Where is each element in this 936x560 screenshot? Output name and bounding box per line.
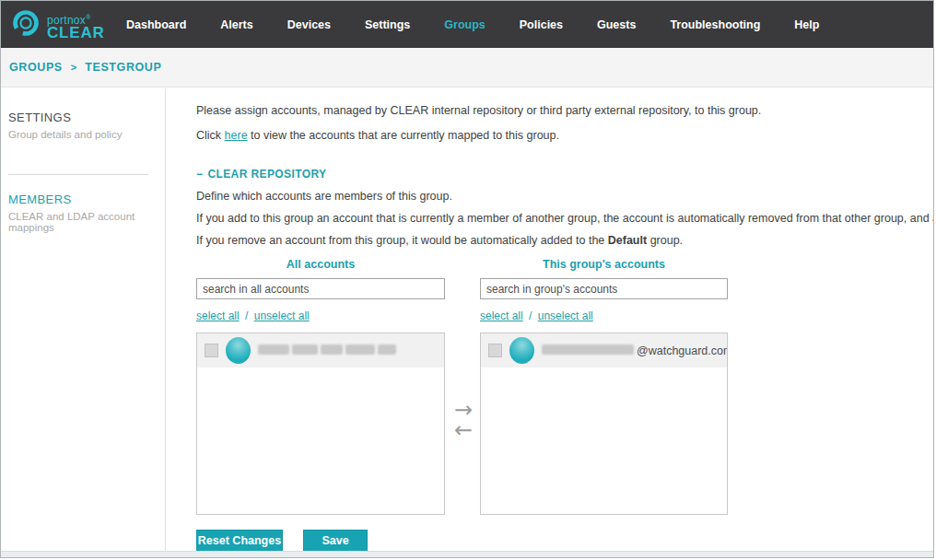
group-accounts-search-input[interactable] [480, 278, 728, 299]
nav-item-devices[interactable]: Devices [287, 18, 331, 31]
all-accounts-unselect-all-link[interactable]: unselect all [254, 309, 310, 322]
nav-item-troubleshooting[interactable]: Troubleshooting [670, 18, 760, 31]
here-link[interactable]: here [225, 129, 248, 142]
account-avatar [509, 337, 534, 364]
nav-item-guests[interactable]: Guests [597, 18, 636, 31]
clear-repository-toggle[interactable]: −CLEAR REPOSITORY [196, 168, 327, 181]
account-row[interactable]: @watchguard.com [481, 333, 727, 368]
breadcrumb-groups[interactable]: GROUPS [9, 61, 63, 74]
redacted-account-name [258, 344, 399, 357]
breadcrumb-chevron-icon: > [71, 62, 76, 73]
all-accounts-select-links: select all / unselect all [196, 309, 310, 322]
sidebar-item-members[interactable]: MEMBERS CLEAR and LDAP account mappings [1, 192, 165, 233]
portnox-clear-window: portnox® CLEAR Dashboard Alerts Devices … [0, 0, 934, 558]
sidebar: SETTINGS Group details and policy MEMBER… [1, 88, 166, 551]
account-row[interactable] [197, 333, 444, 368]
links-separator: / [526, 309, 535, 322]
portnox-ring-icon [10, 7, 41, 42]
reset-changes-button[interactable]: Reset Changes [196, 530, 283, 552]
nav-item-dashboard[interactable]: Dashboard [126, 18, 186, 31]
intro-line-2: Click here to view the accounts that are… [196, 129, 559, 142]
account-checkbox[interactable] [488, 344, 502, 357]
portnox-logo[interactable]: portnox® CLEAR [1, 7, 119, 42]
intro-line-1: Please assign accounts, managed by CLEAR… [196, 104, 761, 117]
group-accounts-unselect-all-link[interactable]: unselect all [538, 309, 593, 322]
group-accounts-select-all-link[interactable]: select all [480, 309, 523, 322]
nav-item-alerts[interactable]: Alerts [220, 18, 252, 31]
top-nav: portnox® CLEAR Dashboard Alerts Devices … [1, 1, 933, 48]
collapse-minus-icon: − [196, 168, 203, 181]
account-avatar [226, 337, 251, 364]
all-accounts-select-all-link[interactable]: select all [196, 309, 240, 322]
sidebar-members-title: MEMBERS [8, 192, 165, 206]
nav-items: Dashboard Alerts Devices Settings Groups… [126, 18, 819, 31]
save-button[interactable]: Save [303, 530, 368, 552]
move-arrows: → ← [450, 400, 477, 440]
group-accounts-list[interactable]: @watchguard.com [480, 332, 728, 515]
footer-strip [1, 551, 933, 557]
sidebar-item-settings[interactable]: SETTINGS Group details and policy [1, 111, 165, 140]
all-accounts-header: All accounts [196, 258, 445, 271]
group-accounts-header: This group's accounts [480, 258, 728, 271]
nav-item-settings[interactable]: Settings [365, 18, 410, 31]
redacted-account-name [542, 344, 637, 357]
repository-desc-1: Define which accounts are members of thi… [196, 190, 452, 203]
clear-repository-title: CLEAR REPOSITORY [207, 168, 326, 181]
members-content: Please assign accounts, managed by CLEAR… [167, 88, 933, 551]
account-domain-text: @watchguard.com [637, 344, 728, 357]
logo-text: portnox® CLEAR [47, 11, 105, 39]
repository-desc-2: If you add to this group an account that… [196, 212, 934, 225]
group-accounts-select-links: select all / unselect all [480, 309, 593, 322]
sidebar-settings-subtitle: Group details and policy [8, 129, 165, 140]
group-accounts-search-wrap [480, 278, 728, 299]
all-accounts-search-wrap [196, 278, 445, 299]
nav-item-policies[interactable]: Policies [520, 18, 563, 31]
nav-item-help[interactable]: Help [794, 18, 819, 31]
breadcrumb-testgroup[interactable]: TESTGROUP [85, 61, 161, 74]
repository-desc-3: If you remove an account from this group… [196, 234, 683, 247]
all-accounts-search-input[interactable] [196, 278, 445, 299]
breadcrumb: GROUPS > TESTGROUP [1, 48, 933, 88]
sidebar-settings-title: SETTINGS [8, 111, 165, 124]
account-checkbox[interactable] [205, 344, 218, 357]
sidebar-divider [8, 174, 148, 175]
links-separator: / [242, 309, 252, 322]
sidebar-members-subtitle: CLEAR and LDAP account mappings [8, 211, 165, 233]
move-left-arrow-icon[interactable]: ← [450, 420, 477, 440]
all-accounts-list[interactable] [196, 332, 445, 515]
nav-item-groups[interactable]: Groups [444, 18, 485, 31]
